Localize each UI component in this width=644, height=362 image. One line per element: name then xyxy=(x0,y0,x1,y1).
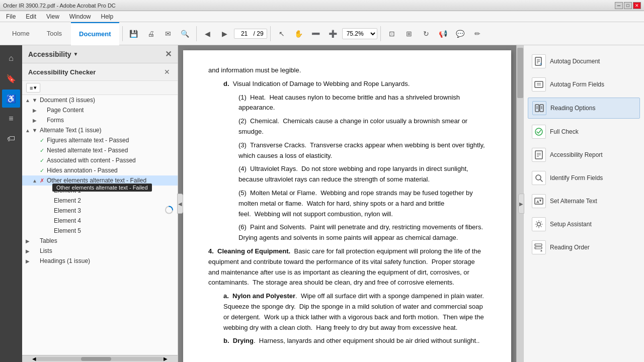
expand-pagecontent-icon: ▶ xyxy=(31,107,38,114)
fit-width-button[interactable]: ⊞ xyxy=(401,26,417,42)
title-bar: Order IR 3900.72.pdf - Adobe Acrobat Pro… xyxy=(0,0,644,11)
page-number-input[interactable] xyxy=(237,30,252,37)
document-area: and information must be legible. d. Visu… xyxy=(178,45,523,362)
comment-button[interactable]: 💬 xyxy=(452,26,468,42)
tree-item-forms[interactable]: ▶ Forms xyxy=(22,115,178,125)
autotag-forms-button[interactable]: Autotag Form Fields xyxy=(528,74,640,95)
maximize-button[interactable]: □ xyxy=(624,2,632,9)
highlight-button[interactable]: ✏ xyxy=(469,26,486,42)
tree-item-elem4[interactable]: Element 4 xyxy=(22,216,178,226)
menu-help[interactable]: Help xyxy=(97,12,118,21)
scroll-left-arrow[interactable]: ◀ xyxy=(32,356,36,361)
autotag-doc-button[interactable]: A Autotag Document xyxy=(528,51,640,71)
setup-assistant-label: Setup Assistant xyxy=(550,221,592,228)
tree-item-lists[interactable]: ▶ Lists xyxy=(22,246,178,256)
menu-file[interactable]: File xyxy=(2,12,20,21)
tables-icon xyxy=(31,237,38,244)
doc-text-d: d. Visual Indication of Damage to Webbin… xyxy=(223,79,486,89)
tree-item-document[interactable]: ▲ ▼ Document (3 issues) xyxy=(22,95,178,105)
sidebar-accessibility-icon[interactable]: ♿ xyxy=(2,89,20,108)
doc-text-d1: (1) Heat. Heat causes nylon to become br… xyxy=(238,93,486,114)
zoom-out-button[interactable]: ➖ xyxy=(308,26,324,42)
sidebar-bookmark-icon[interactable]: 🔖 xyxy=(2,69,20,87)
panel-close-icon[interactable]: ✕ xyxy=(165,49,172,59)
autotag-doc-icon: A xyxy=(532,54,546,68)
prev-page-button[interactable]: ◀ xyxy=(200,26,216,42)
search-button[interactable]: 🔍 xyxy=(177,26,193,42)
menu-view[interactable]: View xyxy=(42,12,63,21)
checker-options-button[interactable]: ≡ ▾ xyxy=(26,83,40,93)
accessibility-report-icon xyxy=(532,148,546,162)
tree-item-other-elem[interactable]: ▲ ✗ Other elements alternate text - Fail… xyxy=(22,175,178,186)
autotag-forms-label: Autotag Form Fields xyxy=(550,81,604,88)
other-elem-icon: ✗ xyxy=(38,177,45,184)
tree-item-assoc-alt[interactable]: ✓ Associated with content - Passed xyxy=(22,155,178,165)
zoom-select[interactable]: 75.2% 50% 100% 150% xyxy=(342,28,377,39)
rotate-button[interactable]: ↻ xyxy=(418,26,434,42)
tree-item-nested-alt[interactable]: ✓ Nested alternate text - Passed xyxy=(22,145,178,155)
identify-form-fields-button[interactable]: Identify Form Fields xyxy=(528,168,640,188)
autotag-forms-icon xyxy=(532,77,546,92)
tree-item-headings[interactable]: ▶ Headings (1 issue) xyxy=(22,256,178,266)
setup-assistant-button[interactable]: Setup Assistant xyxy=(528,214,640,234)
tree-item-elem1[interactable]: Element 1 xyxy=(22,186,178,196)
minimize-button[interactable]: ─ xyxy=(615,2,623,9)
bottom-scrollbar[interactable]: ◀ ▶ xyxy=(22,355,178,362)
next-page-button[interactable]: ▶ xyxy=(217,26,233,42)
checker-options-arrow: ▾ xyxy=(34,84,37,91)
svg-point-17 xyxy=(535,128,542,135)
menu-window[interactable]: Window xyxy=(65,12,95,21)
right-collapse-arrow[interactable]: ▶ xyxy=(518,194,524,214)
tree-item-elem2[interactable]: Element 2 xyxy=(22,196,178,206)
reading-options-icon xyxy=(532,101,546,115)
tree-item-pagecontent[interactable]: ▶ Page Content xyxy=(22,105,178,115)
full-check-button[interactable]: Full Check xyxy=(528,122,640,142)
print-button[interactable]: 🖨 xyxy=(143,26,159,42)
tab-tools[interactable]: Tools xyxy=(39,22,70,45)
sidebar-home-icon[interactable]: ⌂ xyxy=(2,49,20,67)
panel-collapse-arrow[interactable]: ◀ xyxy=(177,194,183,214)
reading-options-button[interactable]: Reading Options xyxy=(528,98,640,119)
zoom-in-button[interactable]: ➕ xyxy=(325,26,341,42)
document-scroll-area[interactable]: and information must be legible. d. Visu… xyxy=(178,45,516,362)
doc-icon: ▼ xyxy=(31,97,38,104)
tab-document[interactable]: Document xyxy=(71,22,119,45)
set-alternate-text-button[interactable]: A Set Alternate Text xyxy=(528,191,640,211)
checker-close-button[interactable]: ✕ xyxy=(163,67,172,76)
tab-home[interactable]: Home xyxy=(4,22,38,45)
menu-edit[interactable]: Edit xyxy=(22,12,40,21)
tree-container[interactable]: ▲ ▼ Document (3 issues) ▶ Page Content ▶… xyxy=(22,95,178,355)
tree-item-alttext[interactable]: ▲ ▼ Alternate Text (1 issue) xyxy=(22,125,178,135)
identify-form-fields-icon xyxy=(532,171,546,185)
elem2-icon xyxy=(45,197,52,204)
scroll-right-arrow[interactable]: ▶ xyxy=(164,356,168,361)
tree-item-fig-alt[interactable]: ✓ Figures alternate text - Passed xyxy=(22,135,178,145)
tree-label-elem5: Element 5 xyxy=(54,227,81,234)
select-button[interactable]: ↖ xyxy=(274,26,290,42)
fit-page-button[interactable]: ⊡ xyxy=(384,26,400,42)
tree-item-elem3[interactable]: Element 3 xyxy=(22,206,178,216)
accessibility-report-button[interactable]: Accessibility Report xyxy=(528,145,640,165)
set-alternate-text-label: Set Alternate Text xyxy=(550,198,597,205)
tree-label-elem2: Element 2 xyxy=(54,197,81,204)
reading-order-button[interactable]: 1 2 Reading Order xyxy=(528,237,640,257)
close-button[interactable]: ✕ xyxy=(633,2,641,9)
svg-text:1: 1 xyxy=(535,244,536,246)
sidebar-layers-icon[interactable]: ≡ xyxy=(2,110,20,128)
save-button[interactable]: 💾 xyxy=(126,26,142,42)
pan-button[interactable]: ✋ xyxy=(291,26,307,42)
expand-other-elem-icon: ▲ xyxy=(31,177,38,184)
tree-item-elem5[interactable]: Element 5 xyxy=(22,226,178,236)
accessibility-dropdown-icon[interactable]: ▼ xyxy=(73,51,78,57)
tree-label-elem3: Element 3 xyxy=(54,207,81,214)
tree-label-fig-alt: Figures alternate text - Passed xyxy=(47,137,129,144)
read-aloud-button[interactable]: 📢 xyxy=(435,26,451,42)
tree-item-hides-ann[interactable]: ✓ Hides annotation - Passed xyxy=(22,165,178,175)
set-alternate-text-icon: A xyxy=(532,194,546,208)
sidebar-tag-icon[interactable]: 🏷 xyxy=(2,130,20,148)
doc-text-d3: (3) Transverse Cracks. Transverse cracks… xyxy=(238,140,486,161)
tree-item-tables[interactable]: ▶ Tables xyxy=(22,236,178,246)
left-sidebar: ⌂ 🔖 ♿ ≡ 🏷 xyxy=(0,45,22,362)
document-page: and information must be legible. d. Visu… xyxy=(183,50,511,362)
email-button[interactable]: ✉ xyxy=(160,26,176,42)
